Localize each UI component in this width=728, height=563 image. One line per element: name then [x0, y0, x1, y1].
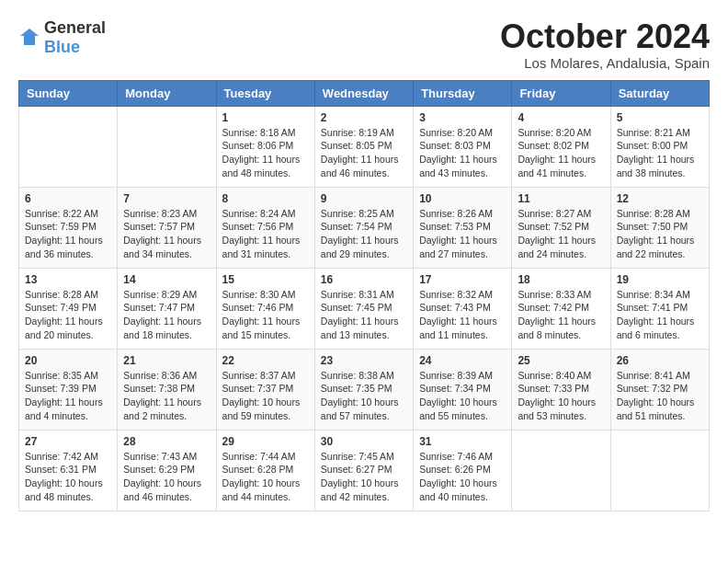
- day-number: 19: [617, 273, 703, 286]
- day-info: Sunrise: 8:20 AM Sunset: 8:02 PM Dayligh…: [518, 126, 604, 180]
- calendar-cell: [610, 430, 709, 511]
- day-info: Sunrise: 8:18 AM Sunset: 8:06 PM Dayligh…: [222, 126, 309, 180]
- calendar-cell: 19Sunrise: 8:34 AM Sunset: 7:41 PM Dayli…: [610, 268, 709, 349]
- day-info: Sunrise: 8:21 AM Sunset: 8:00 PM Dayligh…: [617, 126, 703, 180]
- calendar-cell: 30Sunrise: 7:45 AM Sunset: 6:27 PM Dayli…: [314, 430, 413, 511]
- day-info: Sunrise: 8:20 AM Sunset: 8:03 PM Dayligh…: [419, 126, 506, 180]
- day-info: Sunrise: 8:26 AM Sunset: 7:53 PM Dayligh…: [419, 207, 506, 261]
- calendar-cell: [118, 106, 216, 187]
- svg-marker-0: [20, 29, 39, 45]
- day-number: 13: [25, 273, 111, 286]
- calendar-cell: 25Sunrise: 8:40 AM Sunset: 7:33 PM Dayli…: [512, 349, 610, 430]
- day-number: 24: [419, 354, 506, 367]
- day-info: Sunrise: 7:42 AM Sunset: 6:31 PM Dayligh…: [25, 450, 111, 504]
- day-info: Sunrise: 8:19 AM Sunset: 8:05 PM Dayligh…: [321, 126, 407, 180]
- calendar-cell: 11Sunrise: 8:27 AM Sunset: 7:52 PM Dayli…: [512, 187, 610, 268]
- calendar-cell: 5Sunrise: 8:21 AM Sunset: 8:00 PM Daylig…: [610, 106, 709, 187]
- calendar-cell: 8Sunrise: 8:24 AM Sunset: 7:56 PM Daylig…: [216, 187, 314, 268]
- day-info: Sunrise: 7:44 AM Sunset: 6:28 PM Dayligh…: [222, 450, 309, 504]
- day-info: Sunrise: 8:36 AM Sunset: 7:38 PM Dayligh…: [123, 369, 210, 423]
- day-info: Sunrise: 8:24 AM Sunset: 7:56 PM Dayligh…: [222, 207, 309, 261]
- day-number: 9: [321, 192, 407, 205]
- day-info: Sunrise: 8:38 AM Sunset: 7:35 PM Dayligh…: [321, 369, 407, 423]
- day-info: Sunrise: 8:22 AM Sunset: 7:59 PM Dayligh…: [25, 207, 111, 261]
- logo: General Blue: [18, 18, 106, 57]
- day-number: 1: [222, 111, 309, 124]
- logo-text: General Blue: [44, 18, 106, 57]
- day-info: Sunrise: 8:31 AM Sunset: 7:45 PM Dayligh…: [321, 288, 407, 342]
- day-number: 30: [321, 435, 407, 448]
- calendar-cell: 24Sunrise: 8:39 AM Sunset: 7:34 PM Dayli…: [414, 349, 512, 430]
- day-number: 18: [518, 273, 604, 286]
- day-number: 17: [419, 273, 506, 286]
- calendar-week-row: 1Sunrise: 8:18 AM Sunset: 8:06 PM Daylig…: [19, 106, 710, 187]
- calendar-cell: 1Sunrise: 8:18 AM Sunset: 8:06 PM Daylig…: [216, 106, 314, 187]
- day-number: 5: [617, 111, 703, 124]
- calendar-week-row: 27Sunrise: 7:42 AM Sunset: 6:31 PM Dayli…: [19, 430, 710, 511]
- day-info: Sunrise: 7:43 AM Sunset: 6:29 PM Dayligh…: [123, 450, 210, 504]
- calendar-cell: 2Sunrise: 8:19 AM Sunset: 8:05 PM Daylig…: [314, 106, 413, 187]
- day-number: 21: [123, 354, 210, 367]
- calendar-header-wednesday: Wednesday: [314, 80, 413, 106]
- calendar-cell: 7Sunrise: 8:23 AM Sunset: 7:57 PM Daylig…: [118, 187, 216, 268]
- calendar-cell: 22Sunrise: 8:37 AM Sunset: 7:37 PM Dayli…: [216, 349, 314, 430]
- logo-icon: [18, 27, 40, 49]
- header: General Blue October 2024 Los Molares, A…: [18, 18, 710, 71]
- day-info: Sunrise: 8:27 AM Sunset: 7:52 PM Dayligh…: [518, 207, 604, 261]
- day-number: 10: [419, 192, 506, 205]
- calendar-cell: 28Sunrise: 7:43 AM Sunset: 6:29 PM Dayli…: [118, 430, 216, 511]
- day-info: Sunrise: 8:40 AM Sunset: 7:33 PM Dayligh…: [518, 369, 604, 423]
- day-number: 27: [25, 435, 111, 448]
- day-number: 16: [321, 273, 407, 286]
- calendar-cell: 14Sunrise: 8:29 AM Sunset: 7:47 PM Dayli…: [118, 268, 216, 349]
- day-info: Sunrise: 7:46 AM Sunset: 6:26 PM Dayligh…: [419, 450, 506, 504]
- logo-blue: Blue: [44, 38, 80, 56]
- day-number: 4: [518, 111, 604, 124]
- calendar-header-thursday: Thursday: [414, 80, 512, 106]
- calendar-cell: 10Sunrise: 8:26 AM Sunset: 7:53 PM Dayli…: [414, 187, 512, 268]
- day-number: 8: [222, 192, 309, 205]
- calendar-cell: 13Sunrise: 8:28 AM Sunset: 7:49 PM Dayli…: [19, 268, 118, 349]
- calendar-cell: [19, 106, 118, 187]
- day-info: Sunrise: 8:23 AM Sunset: 7:57 PM Dayligh…: [123, 207, 210, 261]
- location-title: Los Molares, Andalusia, Spain: [500, 55, 710, 71]
- calendar-cell: 21Sunrise: 8:36 AM Sunset: 7:38 PM Dayli…: [118, 349, 216, 430]
- day-info: Sunrise: 8:34 AM Sunset: 7:41 PM Dayligh…: [617, 288, 703, 342]
- day-number: 25: [518, 354, 604, 367]
- day-number: 22: [222, 354, 309, 367]
- calendar-cell: 3Sunrise: 8:20 AM Sunset: 8:03 PM Daylig…: [414, 106, 512, 187]
- day-number: 23: [321, 354, 407, 367]
- calendar-cell: [512, 430, 610, 511]
- day-number: 6: [25, 192, 111, 205]
- day-info: Sunrise: 8:41 AM Sunset: 7:32 PM Dayligh…: [617, 369, 703, 423]
- day-number: 20: [25, 354, 111, 367]
- day-number: 11: [518, 192, 604, 205]
- month-title: October 2024: [500, 18, 710, 55]
- day-number: 2: [321, 111, 407, 124]
- calendar-header-saturday: Saturday: [610, 80, 709, 106]
- calendar-week-row: 20Sunrise: 8:35 AM Sunset: 7:39 PM Dayli…: [19, 349, 710, 430]
- day-number: 28: [123, 435, 210, 448]
- calendar-cell: 9Sunrise: 8:25 AM Sunset: 7:54 PM Daylig…: [314, 187, 413, 268]
- calendar-week-row: 6Sunrise: 8:22 AM Sunset: 7:59 PM Daylig…: [19, 187, 710, 268]
- calendar-cell: 16Sunrise: 8:31 AM Sunset: 7:45 PM Dayli…: [314, 268, 413, 349]
- calendar-cell: 12Sunrise: 8:28 AM Sunset: 7:50 PM Dayli…: [610, 187, 709, 268]
- day-info: Sunrise: 8:35 AM Sunset: 7:39 PM Dayligh…: [25, 369, 111, 423]
- day-info: Sunrise: 8:39 AM Sunset: 7:34 PM Dayligh…: [419, 369, 506, 423]
- calendar-header-sunday: Sunday: [19, 80, 118, 106]
- day-info: Sunrise: 8:37 AM Sunset: 7:37 PM Dayligh…: [222, 369, 309, 423]
- day-info: Sunrise: 8:25 AM Sunset: 7:54 PM Dayligh…: [321, 207, 407, 261]
- calendar-cell: 26Sunrise: 8:41 AM Sunset: 7:32 PM Dayli…: [610, 349, 709, 430]
- day-info: Sunrise: 8:30 AM Sunset: 7:46 PM Dayligh…: [222, 288, 309, 342]
- day-number: 3: [419, 111, 506, 124]
- day-number: 14: [123, 273, 210, 286]
- calendar-cell: 27Sunrise: 7:42 AM Sunset: 6:31 PM Dayli…: [19, 430, 118, 511]
- day-info: Sunrise: 7:45 AM Sunset: 6:27 PM Dayligh…: [321, 450, 407, 504]
- day-info: Sunrise: 8:32 AM Sunset: 7:43 PM Dayligh…: [419, 288, 506, 342]
- calendar-week-row: 13Sunrise: 8:28 AM Sunset: 7:49 PM Dayli…: [19, 268, 710, 349]
- calendar-cell: 15Sunrise: 8:30 AM Sunset: 7:46 PM Dayli…: [216, 268, 314, 349]
- day-number: 31: [419, 435, 506, 448]
- calendar-cell: 29Sunrise: 7:44 AM Sunset: 6:28 PM Dayli…: [216, 430, 314, 511]
- title-area: October 2024 Los Molares, Andalusia, Spa…: [500, 18, 710, 71]
- day-number: 12: [617, 192, 703, 205]
